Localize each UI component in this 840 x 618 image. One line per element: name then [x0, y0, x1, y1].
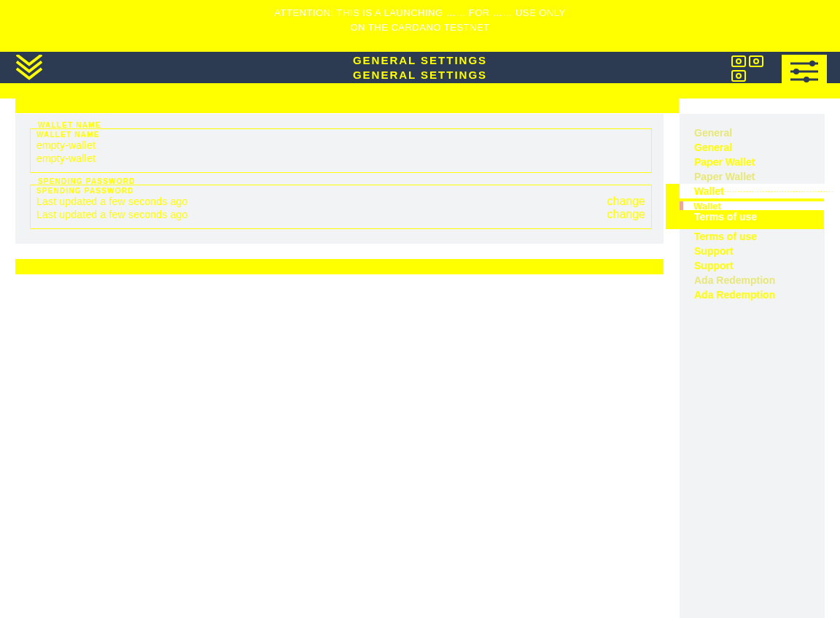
yellow-divider-bottom	[15, 259, 664, 274]
page-title-2: GENERAL SETTINGS	[353, 68, 487, 82]
sidebar-item-general-2[interactable]: General	[680, 140, 825, 155]
sidebar-item-terms[interactable]: Terms of use	[680, 229, 825, 244]
page-title-1: GENERAL SETTINGS	[353, 53, 487, 68]
sidebar-item-ada-1[interactable]: Ada Redemption	[680, 273, 825, 287]
yellow-divider-top	[0, 83, 840, 99]
sidebar-item-terms-overlay[interactable]: Terms of use	[680, 210, 825, 223]
settings-sidebar: General General Paper Wallet Paper Walle…	[680, 114, 825, 618]
wallet-name-dup-label: WALLET NAME	[36, 131, 645, 139]
wallet-name-value-2: empty-wallet	[36, 152, 645, 165]
sidebar-item-general-1[interactable]: General	[680, 125, 825, 140]
svg-rect-0	[732, 56, 745, 66]
spending-password-group: SPENDING PASSWORD SPENDING PASSWORD Last…	[30, 177, 652, 229]
sidebar-item-paperwallet-2[interactable]: Paper Wallet	[680, 169, 825, 184]
svg-point-4	[754, 59, 758, 63]
dots-icon: ········································	[724, 188, 834, 196]
svg-rect-1	[750, 56, 763, 66]
spending-password-dup-label: SPENDING PASSWORD	[36, 187, 645, 195]
testnet-banner: ATTENTION: THIS IS A LAUNCHING …… FOR ………	[0, 0, 840, 52]
svg-point-3	[736, 59, 741, 63]
banner-line1-lead: ATTENTION:	[274, 7, 333, 18]
topbar-title-block: GENERAL SETTINGS GENERAL SETTINGS	[353, 53, 487, 82]
svg-point-5	[736, 74, 741, 78]
sidebar-item-support-1[interactable]: Support	[680, 244, 825, 258]
banner-line2: ON THE CARDANO TESTNET	[350, 22, 489, 33]
svg-rect-2	[732, 71, 745, 81]
top-bar: GENERAL SETTINGS GENERAL SETTINGS	[0, 52, 840, 83]
wallet-name-input[interactable]: WALLET NAME empty-wallet empty-wallet	[30, 128, 652, 173]
spending-updated-2: Last updated a few seconds ago	[36, 208, 188, 221]
wallet-name-value-1: empty-wallet	[36, 139, 645, 152]
sidebar-item-paperwallet-1[interactable]: Paper Wallet	[680, 155, 825, 169]
sidebar-item-support-2[interactable]: Support	[680, 258, 825, 273]
spending-password-box: SPENDING PASSWORD Last updated a few sec…	[30, 185, 652, 229]
spending-updated-1: Last updated a few seconds ago	[36, 195, 188, 208]
chevron-stripes-icon[interactable]	[15, 55, 44, 82]
change-password-link-1[interactable]: change	[607, 195, 646, 208]
banner-line1-rest: THIS IS A LAUNCHING …… FOR …… USE ONLY	[334, 7, 566, 18]
svg-point-7	[809, 61, 815, 66]
svg-point-11	[804, 77, 809, 82]
svg-point-9	[793, 69, 799, 74]
wallet-name-group: WALLET NAME WALLET NAME empty-wallet emp…	[30, 121, 652, 173]
sidebar-active-overlay: Wallet ·································…	[680, 184, 825, 229]
wallets-icon[interactable]	[731, 55, 764, 88]
change-password-link-2[interactable]: change	[607, 208, 646, 221]
sidebar-item-ada-2[interactable]: Ada Redemption	[680, 287, 825, 302]
sidebar-item-wallet-2[interactable]: Wallet	[680, 201, 825, 210]
yellow-divider-left	[15, 99, 679, 113]
settings-card: WALLET NAME WALLET NAME empty-wallet emp…	[15, 114, 664, 244]
settings-sliders-icon[interactable]	[782, 55, 827, 88]
sidebar-item-wallet-active[interactable]: Wallet ·································…	[680, 184, 825, 198]
